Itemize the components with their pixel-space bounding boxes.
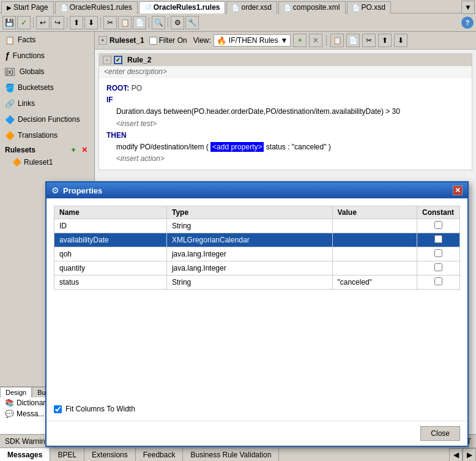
modal-close-btn[interactable]: ✕: [453, 186, 463, 195]
sep4: [149, 17, 149, 28]
ruleset-name-label: Ruleset_1: [110, 36, 144, 45]
rulesets-section: Rulesets + ✕: [0, 143, 94, 157]
then-keyword: THEN: [106, 131, 127, 140]
start-page-icon: ▶: [7, 4, 12, 11]
table-row[interactable]: ID String: [54, 219, 460, 233]
row-qoh-checkbox[interactable]: [434, 249, 442, 257]
delete-rule-btn[interactable]: ✕: [309, 34, 322, 47]
rule-root-line: ROOT: PO: [106, 83, 464, 94]
modal-icon: ⚙: [51, 186, 59, 195]
sidebar-item-bucketsets[interactable]: 🪣 Bucketsets: [0, 80, 94, 96]
row-qty-checkbox[interactable]: [434, 263, 442, 271]
expand-ruleset-btn[interactable]: +: [99, 36, 107, 45]
links-icon: 🔗: [5, 99, 15, 108]
rule-down-btn[interactable]: ⬇: [394, 34, 407, 47]
insert-test-line[interactable]: <insert test>: [106, 118, 464, 130]
move-down-btn[interactable]: ⬇: [84, 16, 98, 29]
bottom-tab-messages[interactable]: Messages: [0, 448, 50, 462]
row-qoh-constant[interactable]: [417, 247, 460, 261]
fit-cols-checkbox[interactable]: [54, 405, 62, 413]
remove-ruleset-btn[interactable]: ✕: [80, 145, 89, 155]
help-btn[interactable]: ?: [461, 17, 474, 29]
sidebar-item-globals[interactable]: (x) Globals: [0, 64, 94, 80]
cut-btn[interactable]: ✂: [103, 16, 117, 29]
tab-start-page[interactable]: ▶ Start Page: [1, 1, 54, 13]
sidebar-item-translations[interactable]: 🔶 Translations: [0, 127, 94, 143]
copy-rule-btn[interactable]: 📋: [330, 34, 344, 47]
modal-body: Name Type Value Constant ID String avail…: [46, 198, 467, 421]
file-icon-3: 📄: [232, 4, 239, 11]
save-btn[interactable]: 💾: [2, 16, 16, 29]
tab-oracle-rules-1[interactable]: 📄 OracleRules1.rules: [55, 1, 138, 13]
tab-oracle-rules-active[interactable]: 📄 OracleRules1.rules: [139, 1, 226, 13]
rule-description[interactable]: <enter description>: [99, 66, 472, 78]
row-status-name: status: [54, 275, 167, 290]
table-row[interactable]: availabilityDate XMLGregorianCalendar: [54, 233, 460, 247]
rule-body: ROOT: PO IF Duration.days between(PO.hea…: [99, 78, 472, 170]
bottom-tab-business-rule-validation[interactable]: Business Rule Validation: [183, 448, 279, 462]
copy-btn[interactable]: 📋: [118, 16, 132, 29]
window-menu-btn[interactable]: ▼: [461, 1, 475, 14]
root-value: PO: [132, 84, 142, 92]
expand-rule-btn[interactable]: -: [103, 56, 111, 64]
if-line: IF: [106, 94, 464, 106]
file-icon-4: 📄: [284, 4, 291, 11]
row-id-checkbox[interactable]: [434, 221, 442, 229]
modal-title: Properties: [63, 186, 449, 195]
row-avail-constant[interactable]: [417, 233, 460, 247]
tab-composite-xml[interactable]: 📄 composite.xml: [278, 1, 346, 13]
close-dialog-btn[interactable]: Close: [420, 426, 460, 441]
row-qty-constant[interactable]: [417, 261, 460, 275]
validate-btn[interactable]: ✓: [17, 16, 31, 29]
row-status-checkbox[interactable]: [434, 277, 442, 285]
sidebar-item-functions[interactable]: ƒ Functions: [0, 48, 94, 64]
bottom-tab-bpel[interactable]: BPEL: [50, 448, 84, 462]
bottom-tab-extensions[interactable]: Extensions: [84, 448, 136, 462]
add-ruleset-btn[interactable]: +: [69, 145, 78, 155]
rule-up-btn[interactable]: ⬆: [378, 34, 392, 47]
settings-btn[interactable]: ⚙: [171, 16, 184, 29]
row-qty-value: [332, 261, 417, 275]
search-btn[interactable]: 🔍: [152, 16, 165, 29]
cut-rule-btn[interactable]: ✂: [362, 34, 376, 47]
sep6: [326, 35, 327, 46]
properties-table: Name Type Value Constant ID String avail…: [54, 206, 460, 290]
add-property-highlight[interactable]: <add property>: [210, 142, 264, 152]
table-row[interactable]: status String "canceled": [54, 275, 460, 290]
row-avail-checkbox[interactable]: [434, 235, 442, 243]
bottom-tab-feedback[interactable]: Feedback: [136, 448, 184, 462]
tab-design[interactable]: Design: [0, 387, 32, 397]
row-status-constant[interactable]: [417, 275, 460, 290]
filter-on-checkbox[interactable]: [149, 37, 157, 45]
paste-rule-btn[interactable]: 📄: [346, 34, 360, 47]
tools-btn[interactable]: 🔧: [185, 16, 199, 29]
tab-nav-btns: ◀ ▶: [449, 448, 476, 462]
undo-btn[interactable]: ↩: [36, 16, 50, 29]
translations-icon: 🔶: [5, 131, 15, 140]
dialog-spacer: [54, 290, 460, 400]
row-qoh-name: qoh: [54, 247, 167, 261]
insert-action-line[interactable]: <insert action>: [106, 153, 464, 165]
condition-line[interactable]: Duration.days between(PO.header.orderDat…: [106, 106, 464, 118]
paste-btn[interactable]: 📄: [133, 16, 146, 29]
action-line[interactable]: modify PO/destination/item ( <add proper…: [106, 141, 464, 153]
rule-check-btn[interactable]: ✓: [114, 56, 122, 64]
tab-nav-left[interactable]: ◀: [449, 448, 463, 462]
row-id-constant[interactable]: [417, 219, 460, 233]
filter-on-label: Filter On: [159, 36, 187, 45]
tab-po-xsd[interactable]: 📄 PO.xsd: [347, 1, 391, 13]
add-rule-btn[interactable]: +: [293, 34, 307, 47]
move-up-btn[interactable]: ⬆: [70, 16, 83, 29]
tab-nav-right[interactable]: ▶: [463, 448, 476, 462]
table-row[interactable]: quantity java.lang.Integer: [54, 261, 460, 275]
sidebar-item-decision-functions[interactable]: 🔷 Decision Functions: [0, 111, 94, 127]
col-constant: Constant: [417, 206, 460, 219]
sidebar-item-facts[interactable]: 📋 Facts: [0, 32, 94, 48]
redo-btn[interactable]: ↪: [51, 16, 64, 29]
tab-order-xsd[interactable]: 📄 order.xsd: [226, 1, 277, 13]
file-icon-2: 📄: [144, 4, 152, 11]
table-row[interactable]: qoh java.lang.Integer: [54, 247, 460, 261]
view-select[interactable]: 🔥 IF/THEN Rules ▼: [214, 34, 291, 47]
ruleset1-entry[interactable]: 🔶 Ruleset1: [0, 157, 94, 168]
sidebar-item-links[interactable]: 🔗 Links: [0, 96, 94, 111]
